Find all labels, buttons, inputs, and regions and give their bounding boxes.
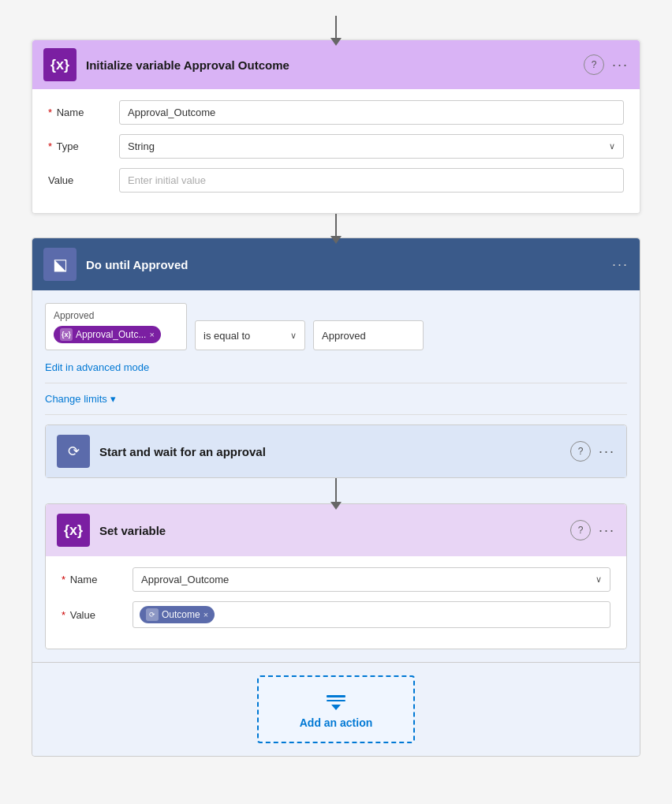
set-var-value-label: * Value — [62, 609, 133, 621]
type-chevron-icon: ∨ — [609, 141, 615, 151]
set-variable-header: {x} Set variable ? ··· — [46, 504, 626, 556]
value-token: ⟳ Outcome × — [140, 606, 215, 623]
divider-2 — [45, 414, 627, 415]
condition-operator[interactable]: is equal to ∨ — [195, 320, 305, 350]
init-variable-icon: {x} — [50, 57, 69, 73]
name-input[interactable] — [119, 100, 624, 125]
svg-rect-0 — [327, 695, 345, 697]
do-until-title: Do until Approved — [86, 258, 612, 271]
approval-action-actions: ? ··· — [570, 441, 615, 462]
set-var-name-label: * Name — [62, 574, 133, 585]
set-var-name-chevron-icon: ∨ — [595, 574, 602, 585]
edit-advanced-button[interactable]: Edit in advanced mode — [45, 361, 149, 373]
loop-bottom: Add an action — [32, 662, 640, 756]
value-input[interactable] — [119, 168, 624, 193]
change-limits-button[interactable]: Change limits ▾ — [45, 393, 116, 405]
set-variable-help-icon[interactable]: ? — [570, 520, 591, 540]
set-var-name-select[interactable]: Approval_Outcome ∨ — [133, 567, 610, 592]
svg-marker-2 — [331, 705, 341, 710]
add-action-button[interactable]: Add an action — [257, 675, 415, 743]
init-variable-body: * Name * Type String ∨ Value — [32, 89, 640, 213]
value-token-icon: ⟳ — [146, 608, 159, 621]
field-label-name: * Name — [48, 107, 119, 118]
set-variable-more-button[interactable]: ··· — [599, 523, 615, 537]
set-var-value-row: * Value ⟳ Outcome × — [62, 601, 610, 628]
condition-left-box: Approved {x} Approval_Outc... × — [45, 303, 187, 350]
do-until-header: ⬕ Do until Approved ··· — [32, 238, 640, 290]
set-variable-card: {x} Set variable ? ··· — [45, 503, 627, 649]
init-variable-more-button[interactable]: ··· — [612, 58, 629, 72]
field-row-value: Value — [48, 168, 624, 193]
set-variable-title: Set variable — [99, 524, 570, 537]
approval-action-card: ⟳ Start and wait for an approval ? ··· — [45, 424, 627, 478]
value-token-text: Outcome — [162, 609, 200, 620]
value-token-close-icon[interactable]: × — [203, 610, 208, 619]
condition-row: Approved {x} Approval_Outc... × is equal… — [45, 303, 627, 350]
type-select[interactable]: String ∨ — [119, 134, 624, 159]
svg-rect-1 — [327, 700, 345, 701]
add-action-label: Add an action — [300, 716, 373, 729]
token-close-icon[interactable]: × — [149, 330, 154, 339]
do-until-icon-box: ⬕ — [43, 248, 77, 281]
field-label-value: Value — [48, 174, 119, 186]
required-star-name: * — [48, 107, 52, 118]
init-variable-actions: ? ··· — [584, 54, 629, 75]
add-action-icon — [325, 690, 347, 712]
divider-1 — [45, 383, 627, 383]
change-limits-chevron-icon: ▾ — [110, 393, 116, 405]
loop-inner-actions: ⟳ Start and wait for an approval ? ··· — [45, 424, 627, 649]
token-text: Approval_Outc... — [76, 329, 146, 340]
approval-action-title: Start and wait for an approval — [99, 445, 570, 458]
approval-icon: ⟳ — [68, 443, 80, 460]
set-variable-icon-box: {x} — [57, 514, 90, 547]
do-until-actions: ··· — [612, 257, 629, 271]
token-icon: {x} — [60, 328, 73, 341]
set-variable-body: * Name Approval_Outcome ∨ * Value — [46, 556, 626, 649]
do-until-icon: ⬕ — [53, 255, 68, 274]
set-variable-actions: ? ··· — [570, 520, 615, 540]
set-var-name-row: * Name Approval_Outcome ∨ — [62, 567, 610, 592]
approval-more-button[interactable]: ··· — [599, 444, 615, 458]
condition-token: {x} Approval_Outc... × — [54, 326, 161, 343]
set-var-required-value: * — [62, 609, 65, 621]
do-until-body: Approved {x} Approval_Outc... × is equal… — [32, 290, 640, 662]
approval-icon-box: ⟳ — [57, 435, 90, 468]
init-variable-icon-box: {x} — [43, 48, 77, 81]
do-until-more-button[interactable]: ··· — [612, 257, 629, 271]
init-variable-title: Initialize variable Approval Outcome — [86, 58, 584, 72]
flow-container: {x} Initialize variable Approval Outcome… — [32, 16, 640, 757]
field-label-type: * Type — [48, 140, 119, 152]
edit-advanced-container: Edit in advanced mode — [45, 361, 627, 373]
init-variable-card: {x} Initialize variable Approval Outcome… — [32, 39, 640, 214]
approval-action-header: ⟳ Start and wait for an approval ? ··· — [46, 425, 626, 477]
required-star-type: * — [48, 140, 52, 152]
set-var-value-field[interactable]: ⟳ Outcome × — [133, 601, 610, 628]
connector-arrow-top — [335, 16, 337, 39]
field-row-type: * Type String ∨ — [48, 134, 624, 159]
do-until-card: ⬕ Do until Approved ··· Approved {x} App… — [32, 237, 640, 757]
init-variable-header: {x} Initialize variable Approval Outcome… — [32, 40, 640, 89]
change-limits-container: Change limits ▾ — [45, 393, 627, 405]
condition-right-value: Approved — [313, 320, 424, 350]
set-var-required-name: * — [62, 574, 65, 585]
set-variable-icon: {x} — [64, 522, 83, 539]
connector-arrow-1 — [335, 214, 337, 237]
init-variable-help-icon[interactable]: ? — [584, 54, 604, 75]
approval-help-icon[interactable]: ? — [570, 441, 591, 462]
condition-left-label: Approved — [54, 310, 178, 321]
field-row-name: * Name — [48, 100, 624, 125]
inner-arrow — [335, 478, 337, 503]
operator-chevron-icon: ∨ — [290, 331, 297, 341]
